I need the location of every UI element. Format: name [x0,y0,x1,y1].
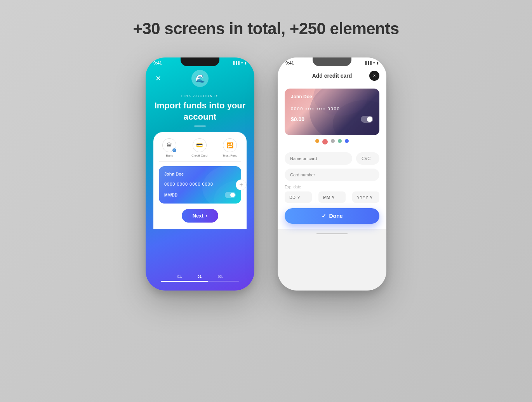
import-title: Import funds into your account [155,100,246,122]
left-phone: 9:41 ▐▐▐ ▾ ▮ ✕ 🌊 LINK ACCOUNTS Import fu… [146,57,254,291]
right-credit-card: John Doe 0000 •••• •••• 0000 $0.00 [285,89,379,135]
trust-fund-icon-wrap: 🔁 [223,138,237,152]
select-sep-1 [315,192,315,203]
bank-label: Bank [166,154,173,157]
card-number-input[interactable] [285,169,379,181]
right-phone-header: Add credit card × [278,65,386,85]
color-dot-selector [278,135,386,147]
progress-area: 01. 02. 03. [146,275,254,282]
bank-check: ✓ [172,148,177,153]
add-card-button[interactable]: + [236,179,247,190]
credit-card-icon-wrap: 💳 [193,138,207,152]
left-credit-card: John Doe 0000 0000 0000 0000 MM/DD [159,166,241,204]
credit-card-label: Credit Card [191,154,207,157]
tab-sep-1 [184,142,184,154]
right-time: 9:41 [285,61,294,65]
right-card-amount: $0.00 [291,116,304,122]
name-on-card-input[interactable] [285,152,352,165]
dd-chevron-icon: ∨ [297,195,300,200]
yyyy-chevron-icon: ∨ [370,195,373,200]
left-phone-content: ✕ 🌊 LINK ACCOUNTS Import funds into your… [146,65,254,229]
trust-fund-label: Trust Fund [223,154,237,157]
card-preview-area: John Doe 0000 •••• •••• 0000 $0.00 [278,85,386,135]
expiry-selectors: DD ∨ MM ∨ YYYY ∨ [285,191,379,203]
page-headline: +30 screens in total, +250 elements [133,19,399,38]
link-accounts-label: LINK ACCOUNTS [181,94,219,98]
left-close-button[interactable]: ✕ [153,74,163,83]
cvc-input[interactable] [356,152,379,165]
right-notch [313,57,351,66]
left-card-toggle[interactable] [225,192,236,198]
exp-date-label: Exp. date [285,185,379,189]
tab-trust-fund[interactable]: 🔁 Trust Fund [223,138,237,157]
left-notch [181,57,219,66]
mm-chevron-icon: ∨ [332,195,335,200]
color-dot-blue[interactable] [345,139,349,143]
left-status-icons: ▐▐▐ ▾ ▮ [232,61,247,65]
left-time: 9:41 [153,61,162,65]
progress-numbers: 01. 02. 03. [177,275,223,278]
next-button[interactable]: Next › [182,209,219,223]
left-white-card: 🏛 ✓ Bank 💳 Credit Card 🔁 Trust Fund [153,132,247,229]
right-form-area: Exp. date DD ∨ MM ∨ YYYY ∨ ✓ [278,147,386,229]
left-card-date: MM/DD [164,193,177,197]
progress-fill [161,281,208,282]
bottom-home-bar [316,233,348,234]
next-chevron-icon: › [206,213,207,219]
phones-container: 9:41 ▐▐▐ ▾ ▮ ✕ 🌊 LINK ACCOUNTS Import fu… [146,57,386,291]
year-select[interactable]: YYYY ∨ [352,191,379,203]
left-avatar: 🌊 [191,70,209,87]
color-dot-red[interactable] [322,139,328,144]
right-phone: 9:41 ▐▐▐ ▾ ▮ Add credit card × John Doe [278,57,386,291]
left-top-bar: ✕ 🌊 [153,65,247,91]
done-button[interactable]: ✓ Done [285,208,379,224]
right-close-button[interactable]: × [369,71,379,81]
tab-bank[interactable]: 🏛 ✓ Bank [162,138,176,157]
name-cvc-row [285,152,379,165]
right-card-number: 0000 •••• •••• 0000 [291,106,373,111]
color-dot-teal[interactable] [338,139,342,143]
progress-track [161,281,239,282]
card-number-row [285,169,379,181]
left-card-wrapper: John Doe 0000 0000 0000 0000 MM/DD + [159,166,241,204]
right-card-toggle[interactable] [361,116,373,123]
day-select[interactable]: DD ∨ [285,191,312,203]
right-card-name: John Doe [291,94,373,99]
tab-credit-card[interactable]: 💳 Credit Card [191,138,207,157]
color-dot-orange[interactable] [315,139,319,143]
month-select[interactable]: MM ∨ [318,191,346,203]
done-check-icon: ✓ [322,213,326,219]
right-phone-title: Add credit card [312,73,352,79]
color-dot-gray[interactable] [331,139,335,143]
title-divider [194,125,206,127]
right-status-icons: ▐▐▐ ▾ ▮ [364,61,379,65]
right-card-bottom: $0.00 [291,116,373,123]
select-sep-2 [349,192,349,203]
tab-sep-2 [215,142,215,154]
bank-icon-wrap: 🏛 ✓ [162,138,176,152]
account-type-tabs: 🏛 ✓ Bank 💳 Credit Card 🔁 Trust Fund [159,138,241,162]
